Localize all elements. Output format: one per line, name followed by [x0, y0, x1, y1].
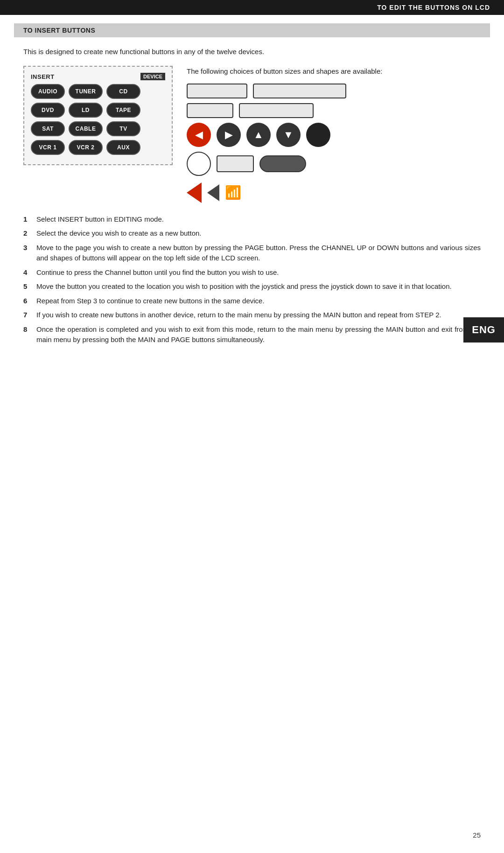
rect-btn	[217, 155, 254, 172]
shapes-description: The following choices of button sizes an…	[187, 66, 481, 77]
instr-num-6: 6	[23, 296, 36, 307]
device-btn-tv[interactable]: TV	[106, 121, 140, 136]
instr-text-2: Select the device you wish to create as …	[36, 228, 481, 239]
arrow-up-dark: ▲	[246, 123, 271, 147]
main-content-area: INSERT DEVICE AUDIO TUNER CD DVD LD TAPE…	[23, 66, 481, 203]
device-btn-dvd[interactable]: DVD	[31, 103, 65, 118]
instr-num-3: 3	[23, 243, 36, 264]
instr-num-5: 5	[23, 281, 36, 292]
instruction-1: 1 Select INSERT button in EDITING mode.	[23, 214, 481, 225]
instruction-2: 2 Select the device you wish to create a…	[23, 228, 481, 239]
instruction-7: 7 If you wish to create new buttons in a…	[23, 310, 481, 321]
instr-num-1: 1	[23, 214, 36, 225]
arrow-right-dark: ▶	[217, 123, 241, 147]
instr-text-3: Move to the page you wish to create a ne…	[36, 243, 481, 264]
shapes-panel: The following choices of button sizes an…	[187, 66, 481, 203]
device-btn-sat[interactable]: SAT	[31, 121, 65, 136]
instr-text-6: Repeat from Step 3 to continue to create…	[36, 296, 481, 307]
device-btn-cable[interactable]: CABLE	[69, 121, 103, 136]
instruction-3: 3 Move to the page you wish to create a …	[23, 243, 481, 264]
small-arrow-dark	[207, 184, 219, 201]
intro-text: This is designed to create new functiona…	[23, 47, 481, 57]
instruction-4: 4 Continue to press the Channel button u…	[23, 267, 481, 278]
shapes-row-1	[187, 84, 481, 98]
eng-badge: ENG	[463, 317, 504, 343]
shapes-row-5: 📶	[187, 182, 481, 203]
device-btn-ld[interactable]: LD	[69, 103, 103, 118]
instr-text-7: If you wish to create new buttons in ano…	[36, 310, 481, 321]
shape-medium-2	[239, 103, 314, 118]
device-btn-audio[interactable]: AUDIO	[31, 84, 65, 99]
instruction-6: 6 Repeat from Step 3 to continue to crea…	[23, 296, 481, 307]
device-button-grid: AUDIO TUNER CD DVD LD TAPE SAT CABLE TV …	[31, 84, 140, 155]
instr-num-2: 2	[23, 228, 36, 239]
instruction-5: 5 Move the button you created to the loc…	[23, 281, 481, 292]
section-title: TO INSERT BUTTONS	[14, 23, 490, 37]
insert-panel: INSERT DEVICE AUDIO TUNER CD DVD LD TAPE…	[23, 66, 173, 165]
shapes-row-2	[187, 103, 481, 118]
shapes-row-4	[187, 152, 481, 176]
instr-num-8: 8	[23, 324, 36, 345]
header-title: TO EDIT THE BUTTONS ON LCD	[377, 4, 490, 11]
shape-wide-1	[187, 84, 247, 98]
device-label: DEVICE	[140, 73, 165, 80]
device-btn-vcr2[interactable]: VCR 2	[69, 140, 103, 155]
device-btn-aux[interactable]: AUX	[106, 140, 140, 155]
shape-wide-2	[253, 84, 346, 98]
device-btn-tuner[interactable]: TUNER	[69, 84, 103, 99]
page-number: 25	[473, 831, 481, 839]
arrow-circle-dark	[306, 123, 330, 147]
pill-btn	[259, 155, 306, 172]
instr-num-4: 4	[23, 267, 36, 278]
device-btn-cd[interactable]: CD	[106, 84, 140, 99]
signal-icon: 📶	[225, 185, 241, 200]
circle-outline	[187, 152, 211, 176]
instr-text-4: Continue to press the Channel button unt…	[36, 267, 481, 278]
instructions-section: 1 Select INSERT button in EDITING mode. …	[23, 214, 481, 345]
instr-text-5: Move the button you created to the locat…	[36, 281, 481, 292]
instr-num-7: 7	[23, 310, 36, 321]
header-bar: TO EDIT THE BUTTONS ON LCD	[0, 0, 504, 15]
arrow-down-dark: ▼	[276, 123, 301, 147]
instr-text-1: Select INSERT button in EDITING mode.	[36, 214, 481, 225]
device-btn-tape[interactable]: TAPE	[106, 103, 140, 118]
arrow-left-red: ◀	[187, 123, 211, 147]
shape-medium-1	[187, 103, 233, 118]
instruction-8: 8 Once the operation is completed and yo…	[23, 324, 481, 345]
instr-text-8: Once the operation is completed and you …	[36, 324, 481, 345]
device-btn-vcr1[interactable]: VCR 1	[31, 140, 65, 155]
small-arrow-red	[187, 182, 202, 203]
shapes-row-3: ◀ ▶ ▲ ▼	[187, 123, 481, 147]
shapes-grid: ◀ ▶ ▲ ▼ 📶	[187, 84, 481, 203]
